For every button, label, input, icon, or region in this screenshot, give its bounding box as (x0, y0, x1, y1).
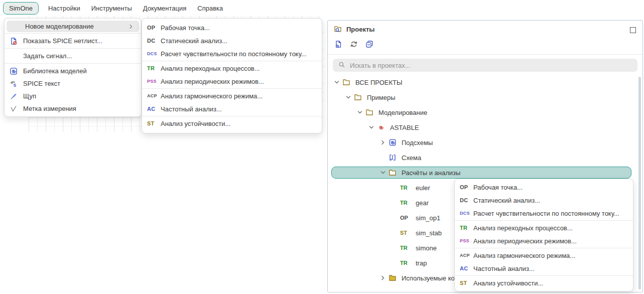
tree-row-label: Используемые ко (402, 274, 455, 282)
menu-item-label: SPICE текст (23, 80, 137, 87)
simone-menu-button[interactable]: SimOne (3, 2, 39, 15)
analysis-type-tag: ST (400, 230, 413, 236)
menu-item[interactable]: ACЧастотный анализ... (455, 262, 633, 275)
tree-row[interactable]: Схема (328, 150, 642, 165)
menu-item[interactable]: ACЧастотный анализ... (142, 102, 322, 115)
folder-closed-icon (389, 274, 399, 282)
menu-item[interactable]: STАнализ устойчивости... (455, 276, 633, 289)
menu-item[interactable]: PSSАнализ периодических режимов... (142, 75, 322, 88)
menu-item-label: Рабочая точка... (473, 184, 628, 191)
menu-item[interactable]: PSSАнализ периодических режимов... (455, 234, 633, 247)
analysis-type-tag: PSS (147, 79, 161, 84)
menu-item-label: Новое моделирование (25, 23, 127, 30)
chevron-down-icon (356, 108, 365, 116)
menu-separator (455, 248, 633, 248)
menu-item[interactable]: DCСтатический анализ... (142, 34, 322, 47)
chevron-down-icon (344, 93, 354, 101)
tree-row-label: Расчёты и анализы (402, 169, 460, 177)
analysis-type-tag: DCS (460, 211, 473, 216)
menu-item[interactable]: ACPАнализ гармонического режима... (142, 89, 322, 102)
menu-item[interactable]: DCSРасчет чувствительности по постоянном… (455, 207, 633, 220)
folder-open-icon (389, 169, 399, 177)
circuit-icon (377, 123, 388, 131)
menu-item[interactable]: Новое моделирование (7, 21, 139, 32)
menu-item[interactable]: TRАнализ переходных процессов... (455, 221, 633, 234)
menu-item-label: Задать сигнал... (23, 52, 137, 60)
menu-item[interactable]: Задать сигнал... (5, 50, 141, 62)
project-search-box (333, 59, 637, 72)
probe-icon (10, 92, 23, 100)
menu-separator (142, 61, 322, 61)
netlist-blocked-icon (10, 37, 23, 45)
menu-item[interactable]: SSPICE текст (5, 77, 141, 90)
menu-item[interactable]: Метка измерения (5, 102, 141, 115)
analysis-type-tag: ACP (147, 93, 161, 98)
collapse-all-icon[interactable] (365, 40, 373, 48)
analysis-type-tag: TR (460, 225, 473, 231)
analysis-type-tag: TR (400, 260, 413, 266)
menu-item[interactable]: ACPАнализ гармонического режима... (455, 249, 633, 262)
menu-item[interactable]: Библиотека моделей (5, 65, 141, 77)
menu-help[interactable]: Справка (192, 3, 228, 14)
search-input[interactable] (350, 62, 632, 69)
tree-row[interactable]: ВСЕ ПРОЕКТЫ (328, 75, 642, 90)
tree-row-label: Примеры (367, 94, 396, 101)
doc-preview-icon[interactable] (334, 40, 342, 48)
model-library-icon (10, 67, 23, 75)
menu-item[interactable]: DCSРасчет чувствительности по постоянном… (142, 47, 322, 60)
projects-panel-header: Проекты (328, 21, 642, 38)
menu-item-label: Библиотека моделей (23, 67, 137, 75)
analysis-type-tag: DCS (147, 51, 161, 56)
menu-documentation[interactable]: Документация (138, 3, 192, 14)
menu-item-label: Анализ периодических режимов... (473, 237, 628, 245)
folder-open-icon (354, 93, 364, 101)
tree-row[interactable]: ASTABLE (328, 120, 642, 135)
simone-dropdown-menu: Новое моделированиеПоказать SPICE нетлис… (4, 18, 142, 117)
menu-item[interactable]: TRАнализ переходных процессов... (142, 62, 322, 75)
toolbar-divider (328, 54, 642, 55)
menu-item[interactable]: Щуп (5, 90, 141, 102)
menu-separator (142, 88, 322, 89)
chevron-right-icon (379, 138, 389, 146)
menu-settings[interactable]: Настройки (43, 3, 86, 14)
chevron-down-icon (367, 123, 377, 131)
analysis-type-tag: OP (460, 184, 473, 190)
panel-title: Проекты (346, 26, 374, 33)
menu-item[interactable]: Показать SPICE нетлист... (5, 35, 141, 47)
analysis-type-tag: ACP (460, 253, 473, 258)
schematic-icon (389, 154, 399, 162)
tree-row[interactable]: Примеры (328, 90, 642, 105)
search-icon (338, 61, 346, 70)
tree-row[interactable]: Расчёты и анализы (328, 165, 642, 180)
tree-row-label: Моделирование (378, 109, 427, 116)
float-panel-button[interactable] (630, 27, 636, 33)
analysis-type-tag: PSS (460, 238, 473, 243)
menu-item-label: Статический анализ... (473, 197, 628, 204)
menu-item-label: Частотный анализ... (161, 105, 317, 113)
subcircuits-icon (389, 138, 399, 146)
tree-row-label: Схема (402, 154, 421, 162)
analysis-type-tag: TR (147, 65, 161, 71)
menu-item-label: Анализ устойчивости... (473, 279, 628, 287)
menu-tools[interactable]: Инструменты (86, 3, 138, 14)
tree-row-label: trap (416, 259, 427, 267)
tree-row[interactable]: Подсхемы (328, 135, 642, 150)
analysis-type-tag: DC (460, 197, 473, 203)
menu-item[interactable]: OPРабочая точка... (455, 181, 633, 194)
analysis-type-tag: ST (147, 120, 161, 126)
tree-row-label: Подсхемы (402, 139, 433, 146)
menu-separator (455, 220, 633, 221)
analysis-type-tag: AC (147, 106, 161, 112)
menu-separator (5, 48, 141, 49)
menu-item[interactable]: STАнализ устойчивости... (142, 117, 322, 130)
menu-separator (455, 275, 633, 276)
menu-item[interactable]: DCСтатический анализ... (455, 194, 633, 207)
tree-row[interactable]: Моделирование (328, 105, 642, 120)
refresh-icon[interactable] (350, 40, 358, 48)
selected-row-highlight (331, 167, 631, 179)
vertical-scrollbar[interactable] (638, 77, 641, 289)
tree-row-label: simone (416, 244, 437, 252)
analysis-type-tag: OP (147, 25, 161, 31)
menu-item[interactable]: OPРабочая точка... (142, 21, 322, 34)
tree-row-label: ВСЕ ПРОЕКТЫ (355, 79, 402, 86)
